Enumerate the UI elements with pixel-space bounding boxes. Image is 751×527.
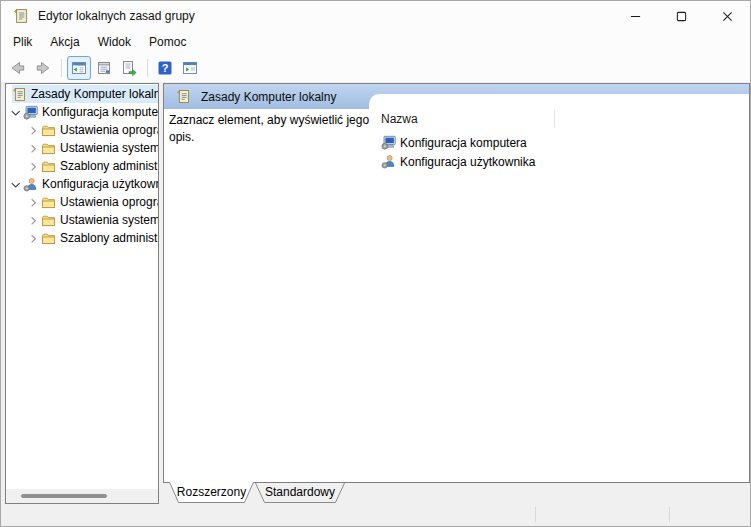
export-list-button[interactable] <box>117 56 141 80</box>
tree-item-software-settings[interactable]: Ustawienia oprogramowania <box>6 121 158 139</box>
folder-icon <box>41 231 56 246</box>
maximize-icon <box>676 11 687 22</box>
maximize-button[interactable] <box>658 1 704 31</box>
tree-item-label: Szablony administracyjne <box>60 231 158 245</box>
policy-scroll-icon <box>12 87 27 102</box>
view-tabs: Rozszerzony Standardowy <box>163 482 750 504</box>
menu-akcja[interactable]: Akcja <box>41 32 88 52</box>
chevron-right-icon[interactable] <box>26 213 41 228</box>
tree-item-user-config[interactable]: Konfiguracja użytkownika <box>6 175 158 193</box>
status-separator <box>669 507 670 522</box>
action-pane-icon <box>181 59 199 77</box>
properties-icon <box>95 59 113 77</box>
forward-button[interactable] <box>31 56 55 80</box>
tree-item-windows-settings[interactable]: Ustawienia systemu Windows <box>6 139 158 157</box>
items-list: Konfiguracja komputera Konfiguracja użyt… <box>381 133 745 171</box>
window-chrome: Edytor lokalnych zasad grupy Plik Akcja … <box>1 1 750 82</box>
list-item-user-config[interactable]: Konfiguracja użytkownika <box>381 152 745 171</box>
console-tree-panel: Zasady Komputer lokalny Konfiguracja kom… <box>5 83 159 504</box>
tree-item-label: Ustawienia oprogramowania <box>60 195 158 209</box>
close-button[interactable] <box>704 1 750 31</box>
folder-icon <box>41 141 56 156</box>
chevron-right-icon[interactable] <box>26 141 41 156</box>
tree-item-software-settings[interactable]: Ustawienia oprogramowania <box>6 193 158 211</box>
column-separator[interactable] <box>554 110 555 127</box>
details-header-title: Zasady Komputer lokalny <box>201 90 336 104</box>
computer-config-icon <box>381 135 396 150</box>
policy-scroll-icon <box>176 89 191 104</box>
chevron-right-icon[interactable] <box>26 195 41 210</box>
show-action-pane-button[interactable] <box>178 56 202 80</box>
tree-item-label: Ustawienia systemu Windows <box>60 213 158 227</box>
menu-bar: Plik Akcja Widok Pomoc <box>1 31 750 53</box>
app-scroll-icon <box>13 8 29 24</box>
tree-item-label: Szablony administracyjne <box>60 159 158 173</box>
horizontal-scrollbar[interactable] <box>6 489 158 503</box>
menu-plik[interactable]: Plik <box>4 32 41 52</box>
app-window: Edytor lokalnych zasad grupy Plik Akcja … <box>0 0 751 527</box>
chevron-right-icon[interactable] <box>26 159 41 174</box>
tree-item-windows-settings[interactable]: Ustawienia systemu Windows <box>6 211 158 229</box>
tab-standardowy[interactable]: Standardowy <box>255 482 345 504</box>
forward-icon <box>34 59 52 77</box>
user-config-icon <box>23 177 38 192</box>
show-console-tree-icon <box>70 59 88 77</box>
selection-description: Zaznacz element, aby wyświetlić jego opi… <box>169 112 371 146</box>
tab-rozszerzony[interactable]: Rozszerzony <box>169 482 254 504</box>
title-bar[interactable]: Edytor lokalnych zasad grupy <box>1 1 750 31</box>
console-tree: Zasady Komputer lokalny Konfiguracja kom… <box>6 85 158 488</box>
menu-pomoc[interactable]: Pomoc <box>140 32 195 52</box>
tree-item-label: Zasady Komputer lokalny <box>31 87 158 101</box>
scrollbar-thumb[interactable] <box>21 494 107 498</box>
back-icon <box>9 59 27 77</box>
toolbar-separator <box>147 59 148 77</box>
column-header-nazwa[interactable]: Nazwa <box>381 110 418 128</box>
help-icon <box>156 59 174 77</box>
tree-item-label: Konfiguracja komputera <box>42 105 158 119</box>
window-controls <box>612 1 750 31</box>
tree-item-computer-config[interactable]: Konfiguracja komputera <box>6 103 158 121</box>
chevron-right-icon[interactable] <box>26 123 41 138</box>
minimize-button[interactable] <box>612 1 658 31</box>
folder-icon <box>41 195 56 210</box>
folder-icon <box>41 123 56 138</box>
toolbar-separator <box>61 59 62 77</box>
back-button[interactable] <box>6 56 30 80</box>
chevron-down-icon[interactable] <box>8 177 23 192</box>
status-separator <box>535 507 536 522</box>
show-console-tree-button[interactable] <box>67 56 91 80</box>
tab-label: Standardowy <box>255 485 345 499</box>
tab-label: Rozszerzony <box>169 485 254 499</box>
chevron-right-icon[interactable] <box>26 231 41 246</box>
tree-item-label: Ustawienia oprogramowania <box>60 123 158 137</box>
tree-item-root[interactable]: Zasady Komputer lokalny <box>6 85 158 103</box>
list-item-label: Konfiguracja użytkownika <box>400 155 535 169</box>
toolbar <box>1 53 750 82</box>
tree-item-admin-templates[interactable]: Szablony administracyjne <box>6 157 158 175</box>
close-icon <box>722 11 733 22</box>
computer-config-icon <box>23 105 38 120</box>
list-item-label: Konfiguracja komputera <box>400 136 527 150</box>
menu-widok[interactable]: Widok <box>89 32 140 52</box>
tree-item-admin-templates[interactable]: Szablony administracyjne <box>6 229 158 247</box>
export-list-icon <box>120 59 138 77</box>
window-title: Edytor lokalnych zasad grupy <box>38 9 195 23</box>
properties-button[interactable] <box>92 56 116 80</box>
user-config-icon <box>381 154 396 169</box>
tree-item-label: Ustawienia systemu Windows <box>60 141 158 155</box>
chevron-down-icon[interactable] <box>8 105 23 120</box>
details-pane: Zasady Komputer lokalny Zaznacz element,… <box>163 83 750 483</box>
folder-icon <box>41 159 56 174</box>
list-item-computer-config[interactable]: Konfiguracja komputera <box>381 133 745 152</box>
items-list-panel: Nazwa Konfiguracja komputera Konfiguracj… <box>369 94 749 482</box>
help-button[interactable] <box>153 56 177 80</box>
minimize-icon <box>630 11 641 22</box>
folder-icon <box>41 213 56 228</box>
tree-item-label: Konfiguracja użytkownika <box>42 177 158 191</box>
status-bar <box>2 504 749 525</box>
